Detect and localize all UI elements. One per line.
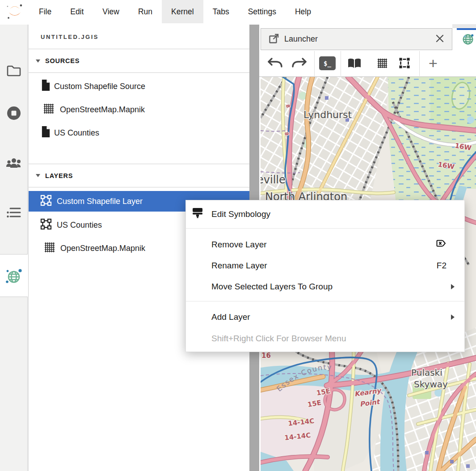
context-menu-browser-menu-hint: Shift+Right Click For Browser Menu: [186, 328, 464, 349]
menu-kernel[interactable]: Kernel: [162, 0, 203, 23]
shortcut-label: F2: [437, 261, 447, 271]
new-launcher-plus-button[interactable]: +: [425, 53, 441, 73]
activity-bar-top: [0, 25, 28, 255]
undo-icon[interactable]: [267, 57, 284, 70]
menu-settings[interactable]: Settings: [239, 0, 286, 23]
chevron-down-icon: [36, 174, 40, 177]
context-menu-item-label: Move Selected Layers To Group: [211, 282, 333, 292]
context-menu-divider: [186, 301, 464, 301]
running-kernels-icon[interactable]: [6, 105, 22, 123]
context-menu-edit-symbology[interactable]: Edit Symbology: [186, 200, 464, 228]
source-item-us-counties[interactable]: US Counties: [29, 122, 249, 144]
launcher-icon: [268, 33, 280, 46]
map-label-belleville: eville: [261, 174, 286, 186]
redo-icon[interactable]: [291, 57, 308, 70]
submenu-arrow-icon: [451, 284, 455, 289]
menu-edit[interactable]: Edit: [61, 0, 93, 23]
menu-view[interactable]: View: [93, 0, 129, 23]
close-icon[interactable]: [435, 34, 445, 45]
jupyter-logo-icon: [0, 0, 29, 23]
add-raster-grid-icon[interactable]: [376, 57, 388, 71]
context-menu-remove-layer[interactable]: Remove Layer: [186, 234, 464, 255]
paintbrush-icon: [193, 208, 203, 221]
source-item-label: Custom Shapefile Source: [54, 82, 145, 91]
source-item-label: US Counties: [54, 128, 99, 138]
add-vector-layer-icon[interactable]: [397, 55, 412, 72]
layer-item-label: US Counties: [57, 221, 102, 230]
layer-item-label: Custom Shapefile Layer: [57, 197, 143, 206]
collaboration-users-icon[interactable]: [5, 157, 22, 171]
layers-section-header[interactable]: LAYERS: [29, 164, 249, 187]
file-icon: [41, 125, 51, 140]
globe-icon: [461, 33, 475, 48]
raster-grid-icon: [43, 241, 56, 256]
source-item-custom-shapefile[interactable]: Custom Shapefile Source: [29, 76, 249, 97]
sources-section-label: SOURCES: [45, 57, 80, 64]
remove-layer-icon: [436, 239, 447, 250]
main-menu-bar: File Edit View Run Kernel Tabs Settings …: [0, 0, 476, 23]
toolbar-divider: [419, 51, 420, 76]
chevron-down-icon: [36, 59, 40, 63]
context-menu-add-layer[interactable]: Add Layer: [186, 306, 464, 328]
file-icon: [41, 79, 51, 94]
vector-layer-icon: [39, 194, 53, 209]
terminal-glyph: $_: [324, 60, 331, 67]
document-title: UNTITLED.JGIS: [29, 25, 249, 49]
application-window: File Edit View Run Kernel Tabs Settings …: [0, 0, 476, 471]
context-menu-item-label: Shift+Right Click For Browser Menu: [211, 334, 346, 344]
file-browser-icon[interactable]: [6, 64, 21, 79]
context-menu-item-label: Edit Symbology: [211, 209, 270, 219]
context-menu-item-label: Remove Layer: [211, 240, 267, 250]
menu-tabs[interactable]: Tabs: [203, 0, 239, 23]
tab-launcher[interactable]: Launcher: [261, 28, 452, 50]
context-menu-item-label: Add Layer: [211, 312, 250, 322]
raster-grid-icon: [42, 102, 55, 117]
layers-section-label: LAYERS: [45, 172, 73, 179]
source-item-openstreetmap[interactable]: OpenStreetMap.Mapnik: [29, 99, 249, 120]
tab-launcher-label: Launcher: [284, 34, 318, 44]
map-label-pulaski: Pulaski: [411, 367, 442, 378]
context-menu-item-label: Rename Layer: [211, 261, 267, 271]
menu-file[interactable]: File: [29, 0, 61, 23]
menu-run[interactable]: Run: [129, 0, 162, 23]
context-menu-move-to-group[interactable]: Move Selected Layers To Group: [186, 276, 464, 297]
table-of-contents-icon[interactable]: [6, 206, 21, 221]
context-menu-divider: [186, 228, 464, 229]
context-menu-rename-layer[interactable]: Rename Layer F2: [186, 255, 464, 276]
map-label-skyway: Skyway: [414, 379, 448, 390]
sources-section-header[interactable]: SOURCES: [29, 49, 249, 73]
tab-untitled-jgis[interactable]: [457, 28, 476, 50]
source-item-label: OpenStreetMap.Mapnik: [60, 105, 145, 115]
story-book-icon[interactable]: [347, 57, 362, 72]
submenu-arrow-icon: [451, 314, 455, 320]
toolbar-divider: [341, 51, 341, 76]
jgis-toolbar: [259, 50, 476, 77]
activity-bar-bottom: [0, 297, 28, 471]
plus-icon: +: [429, 55, 438, 72]
toolbar-divider: [314, 51, 315, 76]
vector-layer-icon: [39, 217, 53, 233]
menu-help[interactable]: Help: [286, 0, 320, 23]
map-ref-16: 16: [261, 352, 271, 360]
layer-item-label: OpenStreetMap.Mapnik: [60, 244, 145, 253]
map-label-lyndhurst: Lyndhurst: [303, 109, 352, 120]
activity-bar-active-zone: [0, 255, 28, 297]
tab-bar-background: [452, 24, 476, 28]
terminal-icon[interactable]: $_: [319, 56, 336, 70]
layer-context-menu: Edit Symbology Remove Layer Rename Layer…: [185, 200, 465, 352]
jupytergis-globe-icon[interactable]: [5, 267, 23, 287]
